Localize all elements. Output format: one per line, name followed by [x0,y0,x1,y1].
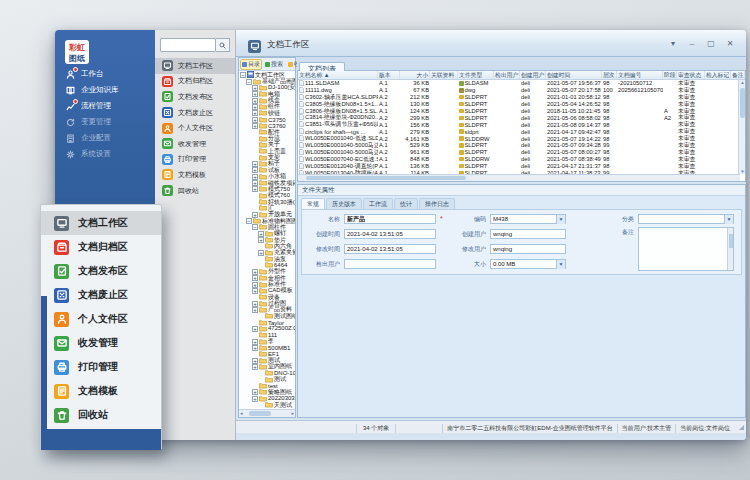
column-header-3[interactable]: 大小 [400,71,430,79]
creator-field[interactable]: wnqing [490,229,566,239]
collapse-icon[interactable]: − [246,79,252,85]
code-combobox[interactable]: M438▼ [490,214,566,224]
grid-vertical-scrollbar[interactable]: ▲ ▼ [738,80,745,174]
column-header-6[interactable]: 检出用户 [494,71,520,79]
sidebar-item-2[interactable]: 企业知识库 [55,82,155,98]
scrollbar-thumb[interactable] [729,234,733,248]
popup-menu-item-8[interactable]: 文档模板 [41,379,161,403]
sidebar-item-4[interactable]: 变更管理 [55,114,155,130]
expand-icon[interactable]: + [252,364,258,370]
remark-textarea[interactable] [638,227,734,271]
column-header-4[interactable]: 关联资料 [430,71,458,79]
scroll-down-arrow-icon[interactable]: ▼ [739,169,746,174]
popup-menu-item-7[interactable]: 打印管理 [41,355,161,379]
properties-tab-3[interactable]: 工作流 [363,198,393,209]
grid-horizontal-scrollbar[interactable] [298,174,740,181]
expand-icon[interactable]: + [252,167,258,173]
scroll-left-arrow-icon[interactable]: ◂ [240,410,243,417]
expand-icon[interactable]: + [258,231,264,237]
expand-icon[interactable]: + [252,161,258,167]
expand-icon[interactable]: + [252,98,258,104]
module-menu-item-1[interactable]: 文档工作区 [155,58,235,74]
expand-icon[interactable]: + [252,389,258,395]
tree-node[interactable]: 天测试 [239,402,295,408]
scrollbar-thumb[interactable] [249,411,271,416]
scrollbar-thumb[interactable] [306,176,466,180]
scrollbar-thumb[interactable] [740,88,745,118]
column-header-5[interactable]: 文件类型 [458,71,494,79]
tree-node[interactable]: −标准物料图图纸 [239,218,295,224]
theme-button[interactable]: ▾ [667,38,679,49]
collapse-icon[interactable]: − [240,72,246,78]
created-field[interactable]: 2021-04-02 13:51:05 [344,229,436,239]
expand-icon[interactable]: + [252,174,258,180]
category-combobox[interactable]: ▼ [638,214,734,224]
sidebar-item-3[interactable]: 流程管理 [55,98,155,114]
sidebar-item-5[interactable]: 企业配置 [55,130,155,146]
module-menu-item-7[interactable]: 打印管理 [155,152,235,168]
resize-grip[interactable] [739,425,744,430]
maximize-button[interactable]: ▢ [705,38,717,49]
expand-icon[interactable]: + [252,396,258,402]
column-header-14[interactable]: 备注 [731,71,745,79]
explorer-tab-1[interactable]: 目录 [240,59,262,70]
chevron-down-icon[interactable]: ▼ [724,215,733,224]
expand-icon[interactable]: + [252,180,258,186]
modified-field[interactable]: 2021-04-02 13:51:05 [344,244,436,254]
scroll-right-arrow-icon[interactable]: ▸ [291,410,294,417]
module-menu-item-5[interactable]: 个人文件区 [155,120,235,136]
sidebar-item-1[interactable]: 工作台 [55,66,155,82]
properties-tab-2[interactable]: 历史版本 [326,198,362,209]
expand-icon[interactable]: + [252,282,258,288]
chevron-down-icon[interactable]: ▼ [556,215,565,224]
tree-horizontal-scrollbar[interactable]: ◂ ▸ [239,409,295,417]
column-header-8[interactable]: 创建时间 [546,71,602,79]
expand-icon[interactable]: + [258,237,264,243]
module-menu-item-2[interactable]: 文档归档区 [155,74,235,90]
expand-icon[interactable]: + [252,269,258,275]
column-header-11[interactable]: 阶段 [663,71,677,79]
expand-icon[interactable]: + [252,117,258,123]
search-input[interactable] [160,38,216,52]
scroll-up-arrow-icon[interactable]: ▲ [739,80,746,85]
expand-icon[interactable]: + [258,250,264,256]
column-header-13[interactable]: 检入标记 [705,71,731,79]
chevron-down-icon[interactable]: ▼ [556,260,565,269]
expand-icon[interactable]: + [252,358,258,364]
close-button[interactable]: ✕ [724,38,736,49]
column-header-12[interactable]: 审查状态 [677,71,705,79]
column-header-10[interactable]: 文档编号 [617,71,663,79]
expand-icon[interactable]: + [252,123,258,129]
popup-menu-item-1[interactable]: 文档工作区 [41,211,161,235]
sidebar-item-6[interactable]: 系统设置 [55,146,155,162]
module-menu-item-6[interactable]: 收发管理 [155,136,235,152]
properties-tab-4[interactable]: 统计 [394,198,418,209]
module-menu-item-3[interactable]: 文档发布区 [155,89,235,105]
column-header-7[interactable]: 创建用户 [520,71,546,79]
properties-tab-5[interactable]: 操作日志 [419,198,455,209]
popup-menu-item-4[interactable]: 文档废止区 [41,283,161,307]
column-header-2[interactable]: 版本 [378,71,400,79]
modifier-field[interactable]: wnqing [490,244,566,254]
name-field[interactable]: 新产品 [344,214,436,224]
popup-menu-item-6[interactable]: 收发管理 [41,331,161,355]
expand-icon[interactable]: + [252,339,258,345]
expand-icon[interactable]: + [252,85,258,91]
expand-icon[interactable]: + [252,326,258,332]
checkout-user-field[interactable] [344,259,436,269]
expand-icon[interactable]: + [252,345,258,351]
expand-icon[interactable]: + [252,307,258,313]
expand-icon[interactable]: + [252,186,258,192]
explorer-tab-2[interactable]: 搜索 [263,59,285,70]
popup-menu-item-3[interactable]: 文档发布区 [41,259,161,283]
size-field[interactable]: 0.00 MB▼ [490,259,566,269]
column-header-1[interactable]: 文档名称 ▲ [298,71,378,79]
expand-icon[interactable]: + [252,91,258,97]
module-menu-item-8[interactable]: 文档模板 [155,167,235,183]
minimize-button[interactable]: – [686,38,698,49]
expand-icon[interactable]: + [252,110,258,116]
remark-scrollbar[interactable] [727,228,733,270]
popup-menu-item-9[interactable]: 回收站 [41,403,161,427]
expand-icon[interactable]: + [252,301,258,307]
expand-icon[interactable]: + [252,275,258,281]
